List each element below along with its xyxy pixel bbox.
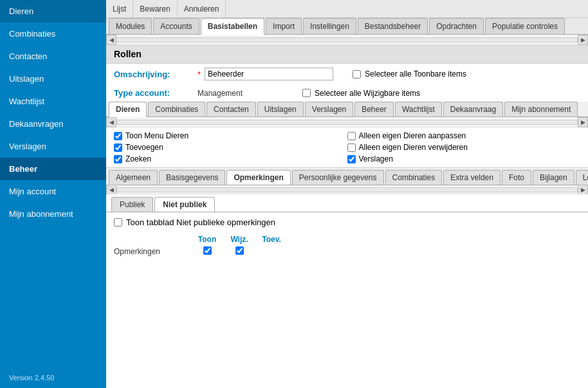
selecteer-wijzigbare-label: Selecteer alle Wijzigbare items — [315, 89, 420, 98]
cb-item-r-verslagen: Verslagen — [347, 154, 581, 163]
sidebar-item-wachtlijst[interactable]: Wachtlijst — [0, 90, 106, 113]
type-account-row: Type account: Management Selecteer alle … — [106, 84, 588, 102]
main-tab-instellingen[interactable]: Instellingen — [303, 18, 356, 34]
pub-tab-publiek[interactable]: Publiek — [111, 197, 153, 212]
type-account-label: Type account: — [114, 88, 198, 98]
sec-tab-mijn-abonnement[interactable]: Mijn abonnement — [504, 102, 578, 116]
omschrijving-row: Omschrijving: * Selecteer alle Toonbare … — [106, 64, 588, 84]
selecteer-toonbare-label: Selecteer alle Toonbare items — [365, 69, 466, 79]
checkbox-col-left: Toon Menu DierenToevoegenZoeken — [114, 131, 347, 163]
bottom-content: Toon tabblad Niet publieke opmerkingen T… — [106, 212, 588, 388]
opmerkingen-label: Opmerkingen — [114, 247, 191, 256]
omschrijving-input[interactable] — [205, 68, 333, 80]
rollen-title: Rollen — [106, 45, 588, 64]
sidebar-items: DierenCombinatiesContactenUitslagenWacht… — [0, 0, 106, 225]
publiek-tab-bar: PubliekNiet publiek — [106, 194, 588, 212]
checkbox-r-alleen-eigen-dieren-verwijderen[interactable] — [347, 143, 356, 152]
sec-tab-beheer[interactable]: Beheer — [354, 102, 394, 116]
opmerkingen-wijz-checkbox[interactable] — [235, 246, 244, 255]
checkbox-toevoegen[interactable] — [114, 143, 122, 152]
tert-tab-opmerkingen[interactable]: Opmerkingen — [226, 170, 290, 185]
main-tab-populatie-controles[interactable]: Populatie controles — [485, 18, 565, 34]
opmerkingen-toon-checkbox[interactable] — [203, 246, 212, 255]
cb-item-r-alleen-eigen-dieren-aanpassen: Alleen eigen Dieren aanpassen — [347, 131, 581, 140]
checkbox-col-right: Alleen eigen Dieren aanpassenAlleen eige… — [347, 131, 581, 163]
tert-tab-algemeen[interactable]: Algemeen — [109, 170, 158, 185]
checkbox-toon-menu-dieren[interactable] — [114, 132, 122, 140]
lijst-button[interactable]: Lijst — [106, 0, 133, 17]
main-tab-opdrachten[interactable]: Opdrachten — [429, 18, 484, 34]
sec-tab-contacten[interactable]: Contacten — [207, 102, 256, 116]
sidebar-item-dekaanvragen[interactable]: Dekaanvragen — [0, 113, 106, 135]
checkbox-zoeken[interactable] — [114, 155, 122, 163]
sidebar-item-dieren[interactable]: Dieren — [0, 0, 106, 23]
content-area: ◀ ▶ Rollen Omschrijving: * Selecteer all… — [106, 35, 588, 388]
main-area: LijstBewarenAnnuleren ModulesAccountsBas… — [106, 0, 588, 388]
sidebar-item-contacten[interactable]: Contacten — [0, 45, 106, 68]
toolbar: LijstBewarenAnnuleren — [106, 0, 588, 18]
wijz-col-header: Wijz. — [223, 235, 255, 244]
selecteer-wijzigbare-checkbox[interactable] — [302, 89, 311, 97]
scroll-left-arrow[interactable]: ◀ — [106, 35, 116, 45]
annuleren-button[interactable]: Annuleren — [178, 0, 226, 17]
tert-tab-logbo[interactable]: Logbo — [576, 170, 588, 185]
sidebar: DierenCombinatiesContactenUitslagenWacht… — [0, 0, 106, 388]
scroll-right-arrow[interactable]: ▶ — [578, 35, 588, 45]
cb-item-toon-menu-dieren: Toon Menu Dieren — [114, 131, 347, 140]
main-tab-bestandsbeheer[interactable]: Bestandsbeheer — [358, 18, 428, 34]
type-account-value: Management — [198, 89, 243, 98]
cb-item-zoeken: Zoeken — [114, 154, 347, 163]
toon-header: Toon Wijz. Toev. — [114, 234, 580, 245]
scroll-track-mid — [116, 120, 578, 125]
sidebar-item-beheer[interactable]: Beheer — [0, 158, 106, 180]
checkbox-r-alleen-eigen-dieren-aanpassen[interactable] — [347, 132, 356, 140]
tert-tab-foto[interactable]: Foto — [502, 170, 531, 185]
tert-tab-persoonlijke-gegevens[interactable]: Persoonlijke gegevens — [292, 170, 384, 185]
tert-tab-bijlagen[interactable]: Bijlagen — [533, 170, 574, 185]
main-tab-bar: ModulesAccountsBasistabellenImportInstel… — [106, 18, 588, 35]
selecteer-toonbare-checkbox[interactable] — [353, 70, 361, 79]
pub-tab-niet-publiek[interactable]: Niet publiek — [154, 197, 215, 212]
sidebar-item-verslagen[interactable]: Verslagen — [0, 135, 106, 158]
scroll-left-arrow-3[interactable]: ◀ — [106, 185, 116, 195]
required-star: * — [198, 69, 201, 79]
sidebar-item-combinaties[interactable]: Combinaties — [0, 23, 106, 45]
tert-tab-combinaties[interactable]: Combinaties — [385, 170, 443, 185]
opmerkingen-wijz-cb — [223, 246, 255, 257]
sec-tab-combinaties[interactable]: Combinaties — [148, 102, 205, 116]
sidebar-item-mijn-abonnement[interactable]: Mijn abonnement — [0, 203, 106, 225]
toon-col-header: Toon — [191, 235, 223, 244]
sec-tab-dekaanvraag[interactable]: Dekaanvraag — [443, 102, 503, 116]
cb-item-r-alleen-eigen-dieren-verwijderen: Alleen eigen Dieren verwijderen — [347, 143, 581, 152]
version-label: Version 2.4.50 — [0, 367, 106, 388]
secondary-tab-bar: DierenCombinatiesContactenUitslagenVersl… — [106, 102, 588, 117]
main-tab-import[interactable]: Import — [266, 18, 302, 34]
sec-tab-wachtlijst[interactable]: Wachtlijst — [395, 102, 442, 116]
cb-item-toevoegen: Toevoegen — [114, 143, 347, 152]
scroll-left-arrow-2[interactable]: ◀ — [106, 117, 116, 127]
omschrijving-label: Omschrijving: — [114, 69, 198, 79]
hscroll-top: ◀ ▶ — [106, 35, 588, 45]
sec-tab-verslagen[interactable]: Verslagen — [305, 102, 353, 116]
scroll-right-arrow-2[interactable]: ▶ — [578, 117, 588, 127]
hscroll-bottom: ◀ ▶ — [106, 185, 588, 194]
toon-niet-publiek-checkbox[interactable] — [114, 218, 122, 226]
toon-niet-publiek-label: Toon tabblad Niet publieke opmerkingen — [126, 217, 275, 227]
sidebar-item-mijn-account[interactable]: Mijn account — [0, 180, 106, 203]
tertiary-tab-bar: AlgemeenBasisgegevensOpmerkingenPersoonl… — [106, 167, 588, 185]
checkboxes-area: Toon Menu DierenToevoegenZoeken Alleen e… — [106, 127, 588, 167]
tert-tab-basisgegevens[interactable]: Basisgegevens — [159, 170, 225, 185]
sidebar-item-uitslagen[interactable]: Uitslagen — [0, 68, 106, 90]
scroll-right-arrow-3[interactable]: ▶ — [578, 185, 588, 195]
hscroll-mid: ◀ ▶ — [106, 117, 588, 127]
sec-tab-uitslagen[interactable]: Uitslagen — [257, 102, 304, 116]
checkbox-r-verslagen[interactable] — [347, 155, 356, 163]
sec-tab-dieren[interactable]: Dieren — [109, 102, 147, 117]
main-tab-accounts[interactable]: Accounts — [153, 18, 199, 34]
bewaren-button[interactable]: Bewaren — [133, 0, 177, 17]
tert-tab-extra-velden[interactable]: Extra velden — [443, 170, 501, 185]
main-tab-modules[interactable]: Modules — [109, 18, 152, 34]
main-tab-basistabellen[interactable]: Basistabellen — [201, 18, 264, 35]
toev-col-header: Toev. — [255, 235, 288, 244]
opmerkingen-row: Opmerkingen — [114, 245, 580, 258]
